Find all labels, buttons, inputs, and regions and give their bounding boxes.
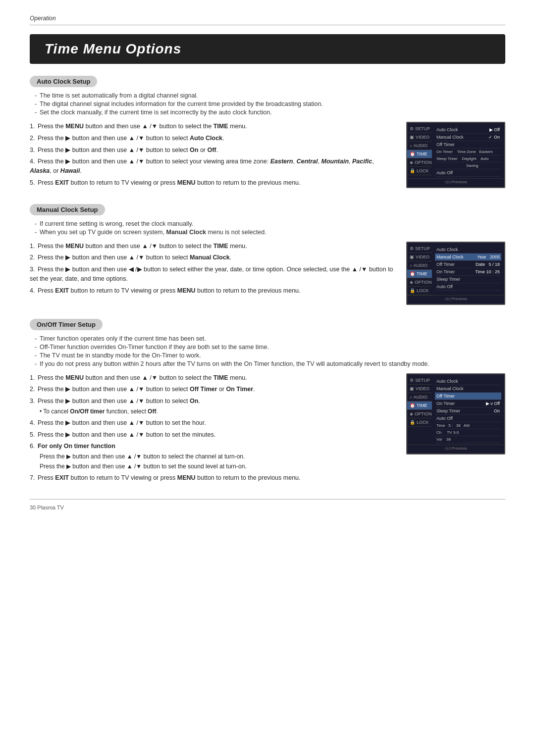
step-item: 6. For only On timer function Press the … — [30, 442, 396, 471]
tv-menu-sidebar-2: ⚙ SETUP ▣ VIDEO ♪ AUDIO ⏰ TIME ◈ OPTION … — [407, 245, 432, 295]
time-icon: ⏰ — [410, 151, 415, 156]
step-item: 2. Press the ▶ button and then use ▲ /▼ … — [30, 385, 396, 394]
menu-item-manual-clock-2: Manual ClockYear 2005 — [435, 253, 501, 261]
auto-clock-bullets: The time is set automatically from a dig… — [30, 92, 505, 116]
menu-item-auto-clock: Auto Clock▶ Off — [435, 126, 501, 134]
operation-label: Operation — [30, 15, 505, 22]
step-item: 1. Press the MENU button and then use ▲ … — [30, 122, 396, 131]
menu-item-auto-off-3: Auto Off — [435, 415, 501, 422]
onoff-timer-steps: 1. Press the MENU button and then use ▲ … — [30, 373, 396, 485]
menu-item-sleep-timer-2: Sleep Timer — [435, 276, 501, 283]
tv-menu-auto-clock: ⚙ SETUP ▣ VIDEO ♪ AUDIO ⏰ TIME ◈ OPTION … — [406, 122, 505, 188]
menu-item-manual-clock-3: Manual Clock — [435, 385, 501, 393]
step-item: 2. Press the ▶ button and then use ▲ /▼ … — [30, 253, 396, 262]
tv-menu-bottom: ◁◁ Previous — [407, 178, 504, 185]
menu-item-auto-clock-3: Auto Clock — [435, 378, 501, 385]
step-item: 1. Press the MENU button and then use ▲ … — [30, 373, 396, 383]
tv-menu-content-3: Auto Clock Manual Clock Off Timer On Tim… — [432, 376, 504, 445]
manual-clock-menu-image: ⚙ SETUP ▣ VIDEO ♪ AUDIO ⏰ TIME ◈ OPTION … — [406, 242, 505, 305]
page-title-box: Time Menu Options — [30, 34, 505, 64]
menu-item-saving: Saving — [435, 162, 501, 169]
sidebar-time-3: ⏰ TIME — [407, 402, 432, 410]
manual-clock-step-list: 1. Press the MENU button and then use ▲ … — [30, 242, 396, 296]
sidebar-setup: ⚙ SETUP — [407, 125, 432, 133]
sidebar-video: ▣ VIDEO — [407, 133, 432, 142]
option-icon: ◈ — [410, 160, 413, 165]
onoff-bullet-2: Off-Timer function overrides On-Timer fu… — [35, 344, 505, 351]
manual-clock-steps: 1. Press the MENU button and then use ▲ … — [30, 242, 396, 298]
sidebar-option-2: ◈ OPTION — [407, 278, 432, 287]
step-sub-on-timer-line1: Press the ▶ button and then use ▲ /▼ but… — [30, 452, 396, 461]
menu-item-on-timer-2: On TimerTime 10 : 25 — [435, 268, 501, 276]
audio-icon: ♪ — [410, 143, 412, 148]
lock-icon: 🔒 — [410, 168, 415, 173]
manual-clock-bullets: If current time setting is wrong, reset … — [30, 220, 505, 236]
auto-clock-bullet-3: Set the clock manually, if the current t… — [35, 109, 505, 116]
auto-clock-menu-image: ⚙ SETUP ▣ VIDEO ♪ AUDIO ⏰ TIME ◈ OPTION … — [406, 122, 505, 188]
lock-icon-2: 🔒 — [410, 288, 415, 293]
sidebar-time: ⏰ TIME — [407, 150, 432, 158]
step-item: 7. Press EXIT button to return to TV vie… — [30, 473, 396, 483]
menu-item-on-timer: On Timer Time Zone Eastern — [435, 149, 501, 155]
sidebar-setup-3: ⚙ SETUP — [407, 376, 432, 385]
menu-item-auto-clock-2: Auto Clock — [435, 246, 501, 253]
lock-icon-3: 🔒 — [410, 420, 415, 425]
tv-menu-bottom-3: ◁◁ Previous — [407, 445, 504, 452]
step-item: 4. Press EXIT button to return to TV vie… — [30, 286, 396, 296]
manual-clock-content: 1. Press the MENU button and then use ▲ … — [30, 242, 505, 305]
sidebar-option-3: ◈ OPTION — [407, 410, 432, 418]
sidebar-lock: 🔒 LOCK — [407, 167, 432, 175]
menu-item-time-val: Time 5 : 38 AM — [435, 422, 501, 429]
option-icon-2: ◈ — [410, 280, 413, 285]
manual-clock-header: Manual Clock Setup — [30, 204, 105, 215]
onoff-timer-bullets: Timer function operates only if the curr… — [30, 335, 505, 367]
step-sub-on-timer-line2: Press the ▶ button and then use ▲ /▼ but… — [30, 462, 396, 471]
auto-clock-bullet-1: The time is set automatically from a dig… — [35, 92, 505, 99]
step-item: 4. Press the ▶ button and then use ▲ /▼ … — [30, 157, 396, 176]
video-icon: ▣ — [410, 135, 414, 140]
menu-item-auto-off-2: Auto Off — [435, 283, 501, 291]
bottom-divider — [30, 499, 505, 500]
sidebar-audio-3: ♪ AUDIO — [407, 393, 432, 402]
time-icon-3: ⏰ — [410, 403, 415, 408]
option-icon-3: ◈ — [410, 411, 413, 416]
sidebar-audio: ♪ AUDIO — [407, 142, 432, 150]
step-item: 3. Press the ▶ button and then use ◀ /▶ … — [30, 265, 396, 284]
audio-icon-2: ♪ — [410, 263, 412, 268]
manual-clock-section: Manual Clock Setup If current time setti… — [30, 204, 505, 305]
step-item: 2. Press the ▶ button and then use ▲ /▼ … — [30, 134, 396, 143]
onoff-bullet-3: The TV must be in standby mode for the O… — [35, 352, 505, 359]
sidebar-video-2: ▣ VIDEO — [407, 253, 432, 261]
menu-item-off-timer-3: Off Timer — [435, 393, 501, 400]
tv-menu-content-2: Auto Clock Manual ClockYear 2005 Off Tim… — [432, 245, 504, 295]
manual-clock-bullet-1: If current time setting is wrong, reset … — [35, 220, 505, 227]
tv-menu-manual-clock: ⚙ SETUP ▣ VIDEO ♪ AUDIO ⏰ TIME ◈ OPTION … — [406, 242, 505, 305]
tv-menu-bottom-2: ◁◁ Previous — [407, 295, 504, 302]
time-icon-2: ⏰ — [410, 271, 415, 276]
step-item: 3. Press the ▶ button and then use ▲ /▼ … — [30, 146, 396, 155]
video-icon-3: ▣ — [410, 386, 414, 391]
video-icon-2: ▣ — [410, 254, 414, 259]
onoff-timer-content: 1. Press the MENU button and then use ▲ … — [30, 373, 505, 485]
onoff-bullet-1: Timer function operates only if the curr… — [35, 335, 505, 342]
sidebar-video-3: ▣ VIDEO — [407, 385, 432, 393]
onoff-timer-menu-image: ⚙ SETUP ▣ VIDEO ♪ AUDIO ⏰ TIME ◈ OPTION … — [406, 373, 505, 454]
sidebar-lock-2: 🔒 LOCK — [407, 287, 432, 295]
menu-item-off-timer: Off Timer — [435, 141, 501, 149]
auto-clock-content: 1. Press the MENU button and then use ▲ … — [30, 122, 505, 190]
tv-menu-content: Auto Clock▶ Off Manual Clock✓ On Off Tim… — [432, 125, 504, 178]
onoff-timer-section: On/Off Timer Setup Timer function operat… — [30, 319, 505, 485]
menu-item-ch-val: Ch TV 3-0 — [435, 429, 501, 436]
setup-icon-3: ⚙ — [410, 378, 414, 383]
tv-menu-onoff-timer: ⚙ SETUP ▣ VIDEO ♪ AUDIO ⏰ TIME ◈ OPTION … — [406, 373, 505, 454]
auto-clock-step-list: 1. Press the MENU button and then use ▲ … — [30, 122, 396, 188]
step-item: 5. Press the ▶ button and then use ▲ /▼ … — [30, 430, 396, 440]
sidebar-option: ◈ OPTION — [407, 158, 432, 167]
auto-clock-bullet-2: The digital channel signal includes info… — [35, 101, 505, 107]
tv-menu-sidebar-3: ⚙ SETUP ▣ VIDEO ♪ AUDIO ⏰ TIME ◈ OPTION … — [407, 376, 432, 445]
auto-clock-section: Auto Clock Setup The time is set automat… — [30, 76, 505, 190]
sidebar-setup-2: ⚙ SETUP — [407, 245, 432, 253]
top-divider — [30, 25, 505, 25]
step-item: 4. Press the ▶ button and then use ▲ /▼ … — [30, 418, 396, 428]
onoff-timer-header: On/Off Timer Setup — [30, 319, 103, 330]
